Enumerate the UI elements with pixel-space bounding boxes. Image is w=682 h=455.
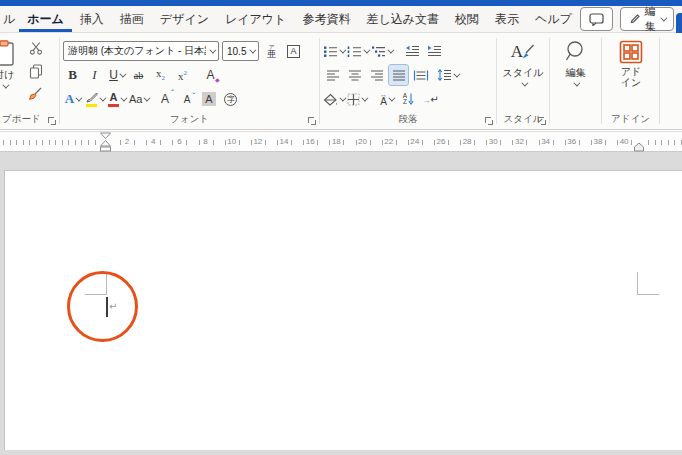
tab-draw[interactable]: 描画: [112, 6, 152, 32]
asian-layout-button[interactable]: ↔ A: [377, 89, 396, 109]
borders-button[interactable]: [347, 89, 366, 109]
pencil-icon: [629, 13, 641, 25]
superscript-button[interactable]: x2: [173, 65, 192, 85]
tab-mailings[interactable]: 差し込み文書: [358, 6, 447, 32]
subscript-icon: x2: [156, 67, 165, 82]
format-painter-button[interactable]: [26, 84, 45, 104]
clear-formatting-button[interactable]: A◆: [201, 65, 220, 85]
styles-launcher-icon[interactable]: [538, 117, 546, 125]
numbering-button[interactable]: [347, 41, 368, 61]
right-indent-marker[interactable]: [633, 142, 645, 152]
addins-button[interactable]: アド イン: [610, 40, 652, 88]
decrease-indent-button[interactable]: [403, 41, 422, 61]
tab-references[interactable]: 参考資料: [294, 6, 358, 32]
subscript-button[interactable]: x2: [151, 65, 170, 85]
align-right-icon: [370, 70, 384, 81]
ribbon: 付け プボ: [0, 33, 682, 130]
tab-review[interactable]: 校閲: [447, 6, 487, 32]
paragraph-group-label: 段落: [320, 113, 496, 126]
bullets-button[interactable]: [323, 41, 344, 61]
addins-grid-icon: [619, 40, 643, 64]
shading-button[interactable]: [323, 89, 344, 109]
strikethrough-button[interactable]: ab: [129, 65, 148, 85]
chevron-down-icon: [363, 46, 370, 53]
comment-icon: [589, 13, 604, 26]
phonetic-guide-button[interactable]: ア 亜: [262, 41, 281, 61]
paste-button[interactable]: 付け: [0, 40, 20, 89]
formatting-marks-icon: →↵: [422, 94, 438, 105]
align-center-button[interactable]: [345, 65, 364, 85]
multilevel-list-icon: [371, 45, 386, 58]
styles-button[interactable]: A スタイル: [501, 40, 545, 87]
shrink-font-button[interactable]: Aˇ: [177, 89, 196, 109]
tab-help[interactable]: ヘルプ: [527, 6, 580, 32]
change-case-button[interactable]: Aa: [129, 89, 148, 109]
scissors-icon: [29, 41, 43, 55]
justify-button[interactable]: [389, 65, 408, 85]
grow-font-button[interactable]: Aˆ: [155, 89, 174, 109]
line-spacing-button[interactable]: [437, 65, 458, 85]
font-color-icon: A: [108, 92, 119, 107]
bold-button[interactable]: B: [63, 65, 82, 85]
indent-markers[interactable]: [98, 132, 113, 152]
tab-design[interactable]: デザイン: [152, 6, 217, 32]
highlight-color-button[interactable]: [85, 89, 104, 109]
chevron-down-icon: [573, 80, 580, 87]
enclosed-a-icon: A: [287, 45, 300, 58]
italic-button[interactable]: I: [85, 65, 104, 85]
word-window: ル ホーム 挿入 描画 デザイン レイアウト 参考資料 差し込み文書 校閲 表示…: [0, 0, 682, 455]
copy-button[interactable]: [26, 61, 45, 81]
underline-icon: U: [109, 68, 118, 82]
multilevel-list-button[interactable]: [371, 41, 392, 61]
cut-button[interactable]: [26, 38, 45, 58]
editing-button[interactable]: 編集: [554, 40, 597, 87]
chevron-down-icon: [99, 94, 106, 101]
distribute-button[interactable]: [411, 65, 430, 85]
decrease-indent-icon: [405, 45, 420, 57]
edit-mode-button[interactable]: 編集: [620, 7, 674, 31]
paragraph-group: ↔ A A Z →↵: [320, 33, 496, 129]
align-left-button[interactable]: [323, 65, 342, 85]
increase-indent-icon: [427, 45, 442, 57]
font-launcher-icon[interactable]: [308, 117, 316, 125]
comments-button[interactable]: [580, 7, 613, 31]
underline-button[interactable]: U: [107, 65, 126, 85]
ruby-icon: ア 亜: [267, 44, 276, 59]
font-name-value: 游明朝 (本文のフォント - 日本語: [68, 44, 206, 58]
horizontal-ruler[interactable]: 246810121416182022242628303234363840: [0, 131, 682, 152]
format-painter-icon: [28, 87, 43, 101]
tab-home[interactable]: ホーム: [19, 6, 72, 32]
clipboard-launcher-icon[interactable]: [48, 117, 56, 125]
character-shading-button[interactable]: A: [199, 89, 218, 109]
text-effects-button[interactable]: A: [63, 89, 82, 109]
chevron-down-icon: [388, 94, 395, 101]
align-right-button[interactable]: [367, 65, 386, 85]
chevron-down-icon: [387, 46, 394, 53]
paragraph-launcher-icon[interactable]: [485, 117, 493, 125]
addins-group: アド イン アドイン: [602, 33, 659, 129]
font-size-combobox[interactable]: 10.5: [222, 41, 259, 61]
sort-button[interactable]: A Z: [399, 89, 418, 109]
show-formatting-marks-button[interactable]: →↵: [421, 89, 440, 109]
tab-view[interactable]: 表示: [487, 6, 527, 32]
increase-indent-button[interactable]: [425, 41, 444, 61]
addins-button-label-line2: イン: [621, 77, 641, 88]
paste-icon: [0, 40, 15, 66]
chevron-down-icon: [361, 94, 368, 101]
enclose-characters-button[interactable]: 字: [221, 89, 240, 109]
tab-file-partial[interactable]: ル: [2, 6, 19, 32]
chevron-down-icon: [453, 70, 460, 77]
align-left-icon: [326, 70, 340, 81]
superscript-icon: x2: [178, 69, 187, 82]
font-name-combobox[interactable]: 游明朝 (本文のフォント - 日本語: [63, 41, 219, 61]
editing-group: 編集: [550, 33, 601, 129]
text-boundary-corner-top-right: [637, 272, 659, 295]
character-border-button[interactable]: A: [284, 41, 303, 61]
align-center-icon: [348, 70, 362, 81]
font-group-label: フォント: [60, 113, 319, 126]
font-group: 游明朝 (本文のフォント - 日本語 10.5 ア 亜 A: [60, 33, 319, 129]
tab-layout[interactable]: レイアウト: [217, 6, 294, 32]
tab-insert[interactable]: 挿入: [72, 6, 112, 32]
chevron-down-icon: [144, 94, 151, 101]
font-color-button[interactable]: A: [107, 89, 126, 109]
